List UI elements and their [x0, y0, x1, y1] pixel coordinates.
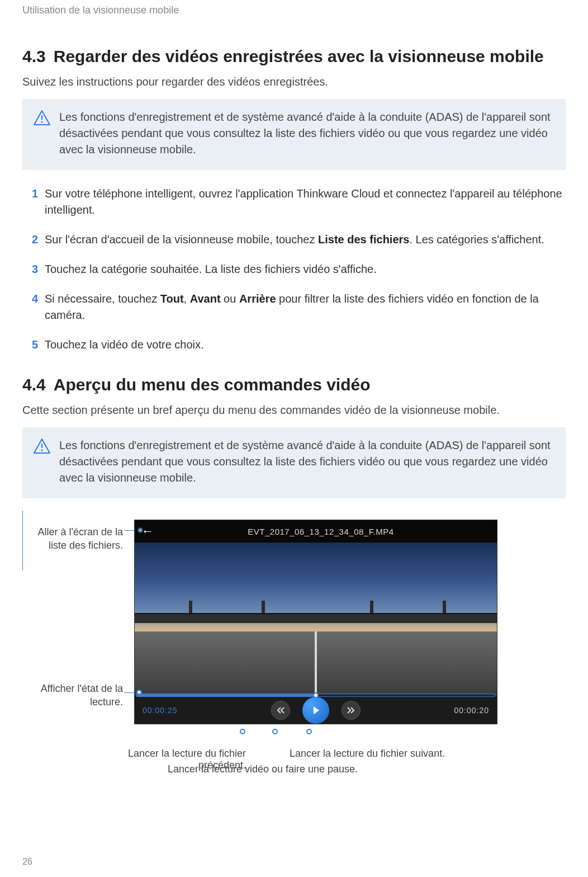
warning-box-2: Les fonctions d'enregistrement et de sys…: [22, 427, 566, 498]
step-number: 3: [22, 261, 38, 277]
callout-play: Lancer la lecture vidéo ou faire une pau…: [134, 763, 391, 775]
step-1: 1 Sur votre téléphone intelligent, ouvre…: [22, 186, 566, 218]
video-filename: EVT_2017_06_13_12_34_08_F.MP4: [164, 527, 478, 536]
step-number: 1: [22, 186, 38, 202]
page-number: 26: [22, 857, 32, 867]
section-4-4-heading: 4.4Aperçu du menu des commandes vidéo: [22, 375, 566, 394]
callout-next: Lancer la lecture du fichier suivant.: [290, 748, 468, 760]
section-4-3-heading: 4.3Regarder des vidéos enregistrées avec…: [22, 47, 566, 66]
step-number: 5: [22, 337, 38, 353]
video-frame: [135, 543, 497, 696]
svg-point-3: [41, 449, 42, 451]
time-elapsed: 00:00:25: [143, 706, 178, 715]
section-number: 4.3: [22, 47, 46, 65]
callout-dot-icon: [240, 729, 245, 734]
section-title: Aperçu du menu des commandes vidéo: [54, 375, 371, 394]
warning-box-1: Les fonctions d'enregistrement et de sys…: [22, 99, 566, 170]
step-2: 2 Sur l'écran d'accueil de la visionneus…: [22, 232, 566, 248]
previous-button[interactable]: [271, 701, 290, 720]
step-3: 3 Touchez la catégorie souhaitée. La lis…: [22, 261, 566, 277]
steps-list: 1 Sur votre téléphone intelligent, ouvre…: [22, 186, 566, 353]
step-body: Touchez la catégorie souhaitée. La liste…: [45, 261, 377, 277]
play-button[interactable]: [302, 697, 329, 724]
callout-dot-icon: [306, 729, 312, 734]
player-topbar: ← EVT_2017_06_13_12_34_08_F.MP4: [135, 520, 497, 543]
next-button[interactable]: [342, 701, 361, 720]
running-header: Utilisation de la visionneuse mobile: [22, 0, 566, 16]
step-body: Si nécessaire, touchez Tout, Avant ou Ar…: [45, 291, 566, 323]
step-body: Touchez la vidéo de votre choix.: [45, 337, 204, 353]
video-player: ← EVT_2017_06_13_12_34_08_F.MP4 00:00:25: [134, 520, 497, 724]
section-number: 4.4: [22, 375, 46, 394]
step-4: 4 Si nécessaire, touchez Tout, Avant ou …: [22, 291, 566, 323]
step-body: Sur votre téléphone intelligent, ouvrez …: [45, 186, 566, 218]
warning-text-1: Les fonctions d'enregistrement et de sys…: [59, 109, 554, 158]
player-controls: 00:00:25 00:00:20: [135, 697, 497, 724]
step-number: 4: [22, 291, 38, 307]
callout-dot-icon: [272, 729, 278, 734]
time-duration: 00:00:20: [454, 706, 490, 715]
svg-point-1: [41, 121, 42, 122]
warning-icon: [34, 110, 50, 126]
leader-line: [22, 555, 23, 570]
progress-fill: [137, 694, 316, 696]
section-title: Regarder des vidéos enregistrées avec la…: [54, 47, 544, 65]
callout-back: Aller à l'écran de la liste des fichiers…: [22, 525, 123, 553]
step-number: 2: [22, 232, 38, 248]
section-4-4-intro: Cette section présente un bref aperçu du…: [22, 402, 566, 418]
back-arrow-icon[interactable]: ←: [141, 524, 154, 539]
callout-status: Afficher l'état de la lecture.: [22, 682, 123, 709]
step-body: Sur l'écran d'accueil de la visionneuse …: [45, 232, 544, 248]
player-diagram: Aller à l'écran de la liste des fichiers…: [22, 511, 566, 779]
leader-line: [22, 511, 23, 525]
warning-icon: [34, 438, 50, 454]
section-4-3-intro: Suivez les instructions pour regarder de…: [22, 74, 566, 90]
step-5: 5 Touchez la vidéo de votre choix.: [22, 337, 566, 353]
warning-text-2: Les fonctions d'enregistrement et de sys…: [59, 437, 554, 486]
